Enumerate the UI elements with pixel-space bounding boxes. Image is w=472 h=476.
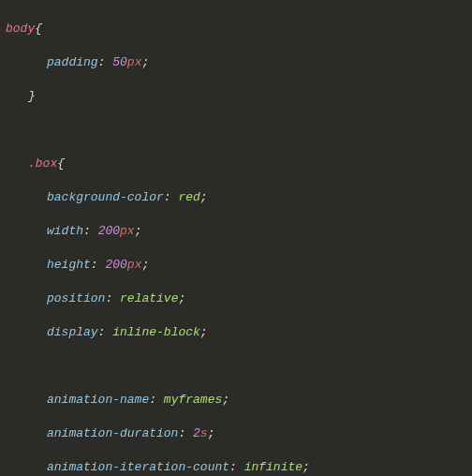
- decl: animation-duration: 2s;: [6, 425, 466, 442]
- decl: animation-name: myframes;: [6, 392, 466, 409]
- code-editor[interactable]: body{ padding: 50px; } .box{ background-…: [0, 0, 472, 476]
- brace-open: {: [35, 22, 42, 36]
- decl: display: inline-block;: [6, 324, 466, 341]
- brace-close: }: [28, 89, 36, 103]
- selector-box: .box: [28, 156, 57, 171]
- decl: padding: 50px;: [6, 54, 466, 71]
- decl: position: relative;: [6, 290, 466, 307]
- decl: height: 200px;: [6, 257, 466, 274]
- selector-body: body: [6, 22, 35, 36]
- decl: width: 200px;: [6, 223, 466, 240]
- decl: animation-iteration-count: infinite;: [6, 459, 466, 476]
- decl: background-color: red;: [6, 189, 466, 206]
